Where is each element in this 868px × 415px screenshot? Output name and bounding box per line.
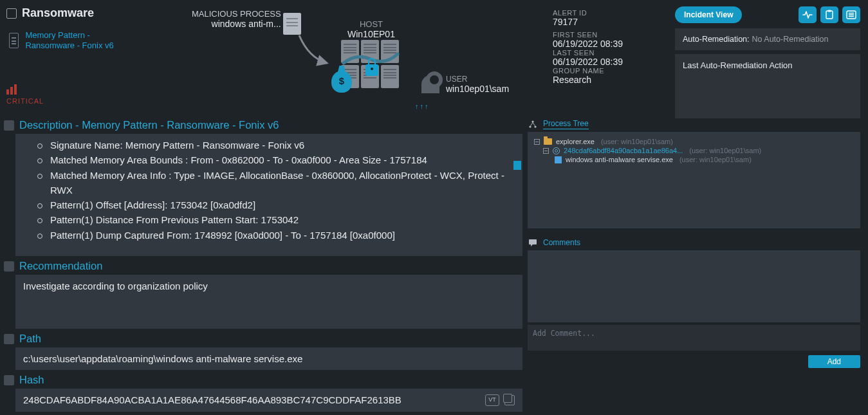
windows-icon (555, 156, 562, 163)
malicious-process-block: MALICIOUS PROCESS windows anti-m... (192, 9, 281, 29)
recommendation-icon (4, 261, 14, 272)
process-file-icon (283, 13, 301, 35)
add-comment-button[interactable]: Add (808, 355, 860, 368)
alert-list-item[interactable]: Memory Pattern - Ransomware - Fonix v6 (6, 26, 142, 55)
description-bullet: Pattern(1) Distance From Previous Patter… (37, 212, 515, 227)
svg-point-7 (529, 125, 531, 127)
critical-bars-icon (6, 84, 17, 95)
tree-node-name: explorer.exe (556, 138, 595, 145)
arrow-icon (296, 32, 331, 68)
comments-title: Comments (543, 238, 580, 248)
description-section: Description - Memory Pattern - Ransomwar… (0, 119, 522, 256)
tree-node-name: windows anti-malware servise.exe (566, 156, 673, 163)
tree-node[interactable]: windows anti-malware servise.exe (user: … (534, 155, 854, 164)
alert-checkbox[interactable] (6, 8, 17, 19)
description-bullet: Matched Memory Area Bounds : From - 0x86… (37, 152, 515, 167)
last-seen-label: LAST SEEN (553, 49, 675, 57)
host-name: Win10EP01 (347, 29, 395, 39)
path-icon (4, 334, 14, 344)
moneybag-icon (331, 71, 352, 93)
description-title: Description - Memory Pattern - Ransomwar… (19, 119, 279, 131)
description-bullet: Signature Name: Memory Pattern - Ransomw… (37, 138, 515, 152)
auto-remediation-value: No Auto-Remediation (752, 35, 829, 44)
list-icon-button[interactable] (842, 6, 860, 23)
tree-expand-icon[interactable] (543, 148, 549, 154)
hash-value: 248CDAF6ABDF84A90ACBA1A1AE86A47644568F46… (23, 392, 402, 407)
tree-node[interactable]: 248cdaf6abdf84a90acba1a1ae86a4... (user:… (534, 146, 854, 155)
svg-rect-9 (529, 239, 537, 244)
recommendation-section: Recommendation Investigate according to … (0, 260, 522, 329)
incident-view-button[interactable]: Incident View (675, 6, 742, 23)
group-name-label: GROUP NAME (553, 67, 675, 75)
user-block: USER win10ep01\sam (421, 75, 509, 94)
hash-section: Hash 248CDAF6ABDF84A90ACBA1A1AE86A476445… (0, 374, 522, 411)
virustotal-button[interactable]: VT (485, 394, 499, 406)
recommendation-title: Recommendation (19, 260, 102, 272)
tree-node[interactable]: explorer.exe (user: win10ep01\sam) (534, 137, 854, 146)
attack-diagram: MALICIOUS PROCESS windows anti-m... HOST… (148, 0, 553, 113)
group-name-value: Research (553, 75, 675, 85)
comments-header: Comments (528, 237, 860, 250)
gear-icon (553, 147, 560, 154)
first-seen-value: 06/19/2022 08:39 (553, 39, 675, 49)
comment-input[interactable] (528, 325, 860, 351)
lock-icon (365, 64, 378, 76)
last-auto-remediation-panel: Last Auto-Remediation Action (675, 54, 860, 118)
left-nav: Ransomware Memory Pattern - Ransomware -… (0, 0, 148, 113)
host-label: HOST (347, 19, 395, 29)
process-tree-header: Process Tree (528, 119, 860, 132)
copy-icon-button[interactable] (504, 395, 515, 405)
svg-point-8 (534, 125, 536, 127)
info-icon (4, 120, 14, 131)
svg-rect-1 (828, 10, 831, 12)
description-bullet: Pattern(1) Offset [Address]: 1753042 [0x… (37, 198, 515, 212)
tree-node-user: (user: win10ep01\sam) (679, 156, 752, 163)
process-tree-icon (528, 119, 538, 129)
clipboard-icon-button[interactable] (820, 6, 838, 23)
alert-id-value: 79177 (553, 17, 675, 27)
description-body: Signature Name: Memory Pattern - Ransomw… (15, 134, 522, 256)
tree-node-user: (user: win10ep01\sam) (689, 147, 761, 154)
svg-point-6 (531, 120, 533, 122)
auto-remediation-row: Auto-Remediation:No Auto-Remediation (675, 28, 860, 50)
document-icon (9, 33, 19, 48)
process-tree-panel: explorer.exe (user: win10ep01\sam) 248cd… (528, 132, 860, 228)
alert-list-item-label: Memory Pattern - Ransomware - Fonix v6 (25, 30, 142, 51)
hash-icon (4, 375, 14, 385)
actions-column: Incident View Auto-Remediation:No Auto-R… (675, 0, 868, 113)
auto-remediation-label: Auto-Remediation: (683, 35, 750, 44)
collapse-arrows-icon[interactable]: ↑↑↑ (415, 102, 429, 110)
alert-category-title: Ransomware (22, 6, 94, 20)
hash-body: 248CDAF6ABDF84A90ACBA1A1AE86A47644568F46… (15, 389, 522, 411)
user-name: win10ep01\sam (446, 84, 509, 94)
severity-indicator: CRITICAL (6, 84, 142, 105)
path-section: Path c:\users\user\appdata\roaming\windo… (0, 333, 522, 370)
path-title: Path (19, 333, 41, 345)
folder-icon (544, 138, 552, 145)
malicious-process-label: MALICIOUS PROCESS (192, 9, 281, 19)
comments-icon (528, 237, 538, 248)
description-bullet: Pattern(1) Dump Captured From: 1748992 [… (37, 228, 515, 243)
last-seen-value: 06/19/2022 08:39 (553, 57, 675, 67)
recommendation-body: Investigate according to organization po… (15, 275, 522, 329)
path-body: c:\users\user\appdata\roaming\windows an… (15, 347, 522, 370)
alert-metadata: ALERT ID 79177 FIRST SEEN 06/19/2022 08:… (553, 0, 675, 113)
host-block: HOST Win10EP01 (347, 19, 395, 39)
user-icon (421, 75, 439, 93)
tree-node-user: (user: win10ep01\sam) (601, 138, 673, 145)
first-seen-label: FIRST SEEN (553, 31, 675, 39)
severity-label: CRITICAL (6, 97, 44, 105)
comments-list (528, 250, 860, 322)
activity-icon-button[interactable] (799, 6, 817, 23)
process-tree-title: Process Tree (543, 119, 589, 129)
tree-node-name: 248cdaf6abdf84a90acba1a1ae86a4... (564, 147, 683, 154)
alert-id-label: ALERT ID (553, 9, 675, 17)
malicious-process-name: windows anti-m... (192, 19, 281, 29)
svg-rect-0 (826, 11, 833, 19)
user-label: USER (446, 75, 509, 84)
hash-title: Hash (19, 374, 44, 386)
tree-expand-icon[interactable] (534, 139, 540, 145)
description-bullet: Matched Memory Area Info : Type - IMAGE,… (37, 168, 515, 198)
